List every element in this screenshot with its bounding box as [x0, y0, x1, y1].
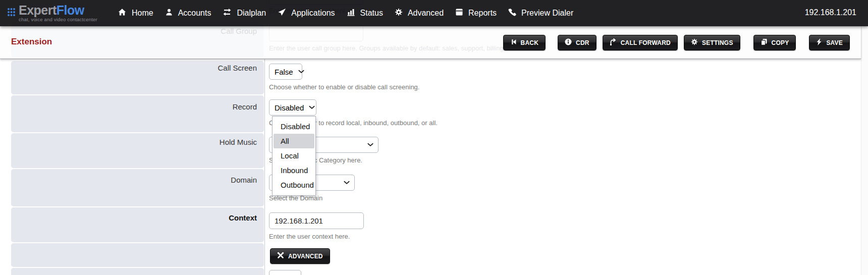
nav-item-advanced[interactable]: Advanced	[395, 8, 444, 18]
row-stripe	[11, 268, 264, 275]
info-icon	[565, 38, 572, 47]
server-ip: 192.168.1.201	[805, 8, 856, 17]
cdr-button[interactable]: CDR	[558, 35, 596, 50]
chevron-down-icon	[344, 181, 350, 185]
partial-select[interactable]	[269, 270, 301, 275]
record-value: Disabled	[275, 103, 304, 112]
nav-item-accounts[interactable]: Accounts	[165, 8, 211, 18]
gear-icon	[691, 38, 698, 47]
dropdown-option-inbound[interactable]: Inbound	[273, 163, 315, 178]
gear-icon	[395, 8, 403, 18]
expertflow-logo: ExpertFlow chat, voice and video contact…	[7, 4, 97, 22]
call-screen-row: Call Screen False Choose whether to enab…	[11, 61, 858, 94]
row-stripe	[11, 207, 264, 242]
nav-item-applications[interactable]: Applications	[278, 8, 335, 18]
nav-item-home[interactable]: Home	[118, 8, 153, 18]
context-row: Context Enter the user context here.	[11, 207, 858, 242]
record-label: Record	[11, 102, 257, 111]
journal-icon	[455, 8, 463, 18]
chevron-down-icon	[298, 70, 304, 74]
toolbar-buttons: BACK CDR CALL FORWARD SETTINGS COPY SAVE	[503, 35, 850, 50]
swap-arrows-icon	[223, 8, 232, 18]
nav-menu: Home Accounts Dialplan Applications Stat…	[118, 8, 573, 18]
copy-icon	[761, 38, 768, 47]
next-partial-row	[11, 268, 858, 275]
nav-item-status[interactable]: Status	[347, 8, 383, 18]
brand-name: ExpertFlow	[19, 4, 97, 16]
call-screen-select[interactable]: False	[269, 64, 302, 80]
nav-item-preview-dialer[interactable]: Preview Dialer	[508, 8, 573, 18]
dropdown-option-disabled[interactable]: Disabled	[273, 119, 315, 134]
row-stripe	[11, 95, 264, 132]
chevron-down-icon	[367, 143, 373, 147]
record-dropdown-menu: Disabled All Local Inbound Outbound	[272, 116, 316, 196]
home-icon	[118, 8, 127, 18]
dropdown-option-local[interactable]: Local	[273, 148, 315, 163]
page-toolbar: Extension BACK CDR CALL FORWARD SETTINGS…	[0, 26, 861, 59]
hold-music-row: Hold Music Select the Music Category her…	[11, 133, 858, 168]
hold-music-label: Hold Music	[11, 138, 257, 146]
scrollbar[interactable]	[861, 26, 868, 275]
logo-dots-icon	[7, 7, 17, 20]
copy-button[interactable]: COPY	[753, 35, 796, 50]
brand-tagline: chat, voice and video contactcenter	[19, 17, 97, 22]
crossed-tools-icon	[277, 252, 284, 260]
skip-back-icon	[510, 38, 517, 47]
domain-label: Domain	[11, 176, 257, 184]
page-title: Extension	[11, 37, 52, 47]
row-stripe	[11, 169, 264, 206]
dropdown-option-outbound[interactable]: Outbound	[273, 178, 315, 192]
record-row: Record Disabled Choose whether to record…	[11, 95, 858, 132]
extension-page: Enter the call timeout here. Call Group …	[0, 0, 868, 275]
context-label: Context	[11, 213, 257, 222]
phone-icon	[508, 8, 516, 18]
call-screen-hint: Choose whether to enable or disable call…	[269, 83, 419, 91]
record-select[interactable]: Disabled	[269, 99, 316, 116]
context-input[interactable]	[269, 212, 364, 229]
dropdown-option-all[interactable]: All	[274, 134, 314, 148]
advanced-button[interactable]: ADVANCED	[270, 248, 330, 264]
save-button[interactable]: SAVE	[809, 35, 850, 50]
nav-item-reports[interactable]: Reports	[455, 8, 497, 18]
advanced-row: ADVANCED	[11, 243, 858, 266]
call-screen-label: Call Screen	[11, 64, 257, 72]
paper-plane-icon	[278, 8, 286, 18]
top-navbar: ExpertFlow chat, voice and video contact…	[0, 0, 868, 26]
call-screen-value: False	[275, 68, 293, 76]
chevron-down-icon	[309, 105, 315, 109]
lightning-icon	[816, 38, 822, 47]
call-forward-button[interactable]: CALL FORWARD	[603, 35, 678, 50]
person-icon	[165, 8, 173, 18]
domain-row: Domain Select the Domain	[11, 169, 858, 206]
back-button[interactable]: BACK	[503, 35, 546, 50]
nav-item-dialplan[interactable]: Dialplan	[223, 8, 266, 18]
call-forward-icon	[610, 38, 617, 47]
settings-button[interactable]: SETTINGS	[684, 35, 740, 50]
bar-chart-icon	[347, 8, 355, 18]
extension-form: Call Screen False Choose whether to enab…	[0, 61, 858, 275]
context-hint: Enter the user context here.	[269, 233, 364, 240]
row-stripe	[11, 243, 264, 266]
